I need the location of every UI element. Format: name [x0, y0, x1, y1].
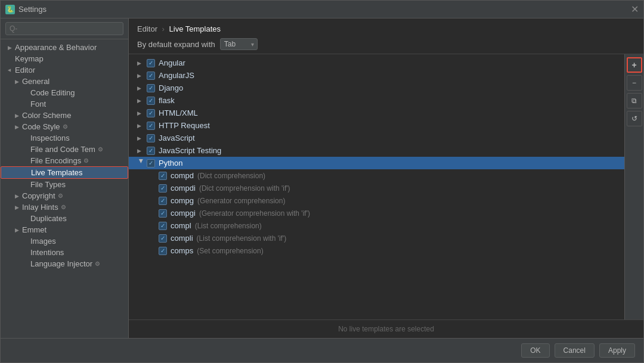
group-item-python[interactable]: ▶ ✓ Python	[129, 157, 624, 169]
sidebar-item-intentions[interactable]: Intentions	[1, 247, 128, 258]
reset-button[interactable]: ↺	[627, 111, 642, 126]
group-item-javascript-testing[interactable]: ▶ ✓ JavaScript Testing	[129, 144, 624, 157]
sidebar-item-inlay-hints[interactable]: ▶ Inlay Hints ⚙	[1, 201, 128, 213]
template-item-compli[interactable]: ✓ compli (List comprehension with 'if')	[129, 232, 624, 244]
group-checkbox-flask[interactable]: ✓	[147, 97, 155, 105]
expand-select[interactable]: Tab Space Enter	[220, 38, 258, 50]
add-button[interactable]: +	[627, 57, 642, 73]
sidebar-item-font[interactable]: Font	[1, 98, 128, 110]
template-desc: (Generator comprehension)	[197, 197, 285, 205]
group-arrow-icon: ▶	[137, 110, 145, 116]
sidebar-item-label: Language Injector	[30, 259, 92, 268]
sidebar-item-keymap[interactable]: Keymap	[1, 53, 128, 64]
group-item-http-request[interactable]: ▶ ✓ HTTP Request	[129, 119, 624, 132]
template-checkbox-compli[interactable]: ✓	[159, 234, 167, 243]
group-checkbox-javascript-testing[interactable]: ✓	[147, 147, 155, 155]
group-item-angularjs[interactable]: ▶ ✓ AngularJS	[129, 69, 624, 82]
group-checkbox-angularjs[interactable]: ✓	[147, 72, 155, 80]
sidebar-item-label: File and Code Tem	[30, 145, 95, 154]
group-arrow-icon: ▶	[137, 85, 145, 91]
template-checkbox-compgi[interactable]: ✓	[159, 209, 167, 218]
sidebar-item-appearance[interactable]: ▶ Appearance & Behavior	[1, 42, 128, 53]
sidebar-item-label: Inlay Hints	[22, 203, 58, 212]
close-button[interactable]: ✕	[631, 5, 639, 14]
sidebar-item-editor[interactable]: ▼ Editor	[1, 64, 128, 76]
template-checkbox-compl[interactable]: ✓	[159, 222, 167, 230]
sidebar-item-images[interactable]: Images	[1, 235, 128, 247]
action-buttons: + − ⧉ ↺	[624, 54, 643, 319]
expand-label: By default expand with	[137, 40, 215, 49]
remove-button[interactable]: −	[627, 75, 642, 91]
right-panel: Editor › Live Templates By default expan…	[129, 18, 643, 338]
sidebar-item-general[interactable]: ▶ General	[1, 76, 128, 87]
group-checkbox-javascript[interactable]: ✓	[147, 134, 155, 142]
sidebar-item-file-code-tem[interactable]: File and Code Tem ⚙	[1, 144, 128, 155]
cancel-button[interactable]: Cancel	[555, 343, 595, 358]
arrow-icon: ▼	[7, 66, 13, 75]
search-input[interactable]	[5, 22, 123, 35]
group-name: JavaScript	[159, 134, 195, 142]
sidebar-item-code-style[interactable]: ▶ Code Style ⚙	[1, 121, 128, 132]
sidebar-item-color-scheme[interactable]: ▶ Color Scheme	[1, 110, 128, 121]
sidebar-item-emmet[interactable]: ▶ Emmet	[1, 224, 128, 235]
breadcrumb-separator: ›	[162, 24, 165, 33]
group-checkbox-html-xml[interactable]: ✓	[147, 109, 155, 117]
template-name: compl	[171, 221, 191, 230]
sidebar-item-language-injector[interactable]: Language Injector ⚙	[1, 258, 128, 269]
template-name: compg	[171, 196, 194, 205]
sidebar-item-file-encodings[interactable]: File Encodings ⚙	[1, 155, 128, 166]
sidebar-item-copyright[interactable]: ▶ Copyright ⚙	[1, 190, 128, 201]
template-checkbox-comps[interactable]: ✓	[159, 247, 167, 255]
sidebar-item-label: Code Editing	[30, 88, 75, 97]
sidebar-item-file-types[interactable]: File Types	[1, 179, 128, 190]
ok-button[interactable]: OK	[521, 343, 549, 358]
group-arrow-icon: ▶	[137, 60, 145, 66]
group-checkbox-http-request[interactable]: ✓	[147, 122, 155, 130]
group-checkbox-python[interactable]: ✓	[147, 159, 155, 167]
template-desc: (Set comprehension)	[197, 247, 263, 255]
template-name: compdi	[171, 184, 196, 193]
sidebar-item-label: File Encodings	[30, 156, 81, 165]
template-name: comps	[171, 246, 193, 255]
copy-button[interactable]: ⧉	[627, 93, 642, 108]
template-item-comps[interactable]: ✓ comps (Set comprehension)	[129, 244, 624, 257]
app-icon: 🐍	[5, 5, 15, 14]
group-checkbox-django[interactable]: ✓	[147, 84, 155, 92]
apply-button[interactable]: Apply	[599, 343, 635, 358]
group-name: JavaScript Testing	[159, 146, 221, 155]
search-box	[1, 18, 128, 39]
template-checkbox-compd[interactable]: ✓	[159, 172, 167, 180]
sidebar-item-duplicates[interactable]: Duplicates	[1, 213, 128, 224]
settings-icon: ⚙	[98, 146, 103, 153]
group-item-django[interactable]: ▶ ✓ Django	[129, 82, 624, 94]
template-checkbox-compdi[interactable]: ✓	[159, 184, 167, 193]
sidebar-item-label: Color Scheme	[22, 111, 71, 120]
template-item-compg[interactable]: ✓ compg (Generator comprehension)	[129, 194, 624, 207]
sidebar-item-label: Images	[30, 237, 56, 246]
sidebar-item-live-templates[interactable]: Live Templates	[1, 166, 128, 179]
group-item-angular[interactable]: ▶ ✓ Angular	[129, 57, 624, 69]
expand-select-wrapper: Tab Space Enter	[220, 38, 258, 50]
template-name: compgi	[171, 209, 196, 218]
template-item-compd[interactable]: ✓ compd (Dict comprehension)	[129, 169, 624, 182]
template-checkbox-compg[interactable]: ✓	[159, 197, 167, 205]
template-item-compdi[interactable]: ✓ compdi (Dict comprehension with 'if')	[129, 182, 624, 194]
sidebar-item-inspections[interactable]: Inspections	[1, 132, 128, 144]
group-arrow-icon: ▶	[137, 73, 145, 79]
template-item-compl[interactable]: ✓ compl (List comprehension)	[129, 219, 624, 232]
panel-header: Editor › Live Templates By default expan…	[129, 18, 643, 54]
group-item-javascript[interactable]: ▶ ✓ JavaScript	[129, 132, 624, 144]
template-item-compgi[interactable]: ✓ compgi (Generator comprehension with '…	[129, 207, 624, 219]
template-desc: (Dict comprehension with 'if')	[199, 184, 290, 193]
group-checkbox-angular[interactable]: ✓	[147, 59, 155, 67]
group-item-html-xml[interactable]: ▶ ✓ HTML/XML	[129, 107, 624, 119]
title-bar: 🐍 Settings ✕	[1, 1, 643, 18]
settings-icon: ⚙	[83, 157, 89, 164]
group-item-flask[interactable]: ▶ ✓ flask	[129, 94, 624, 107]
sidebar: ▶ Appearance & Behavior Keymap ▼ Editor …	[1, 18, 129, 338]
sidebar-item-label: File Types	[30, 180, 66, 189]
settings-window: 🐍 Settings ✕ ▶ Appearance & Behavior Key…	[0, 0, 644, 363]
arrow-icon: ▶	[13, 193, 21, 199]
breadcrumb: Editor › Live Templates	[137, 24, 635, 33]
sidebar-item-code-editing[interactable]: Code Editing	[1, 87, 128, 98]
